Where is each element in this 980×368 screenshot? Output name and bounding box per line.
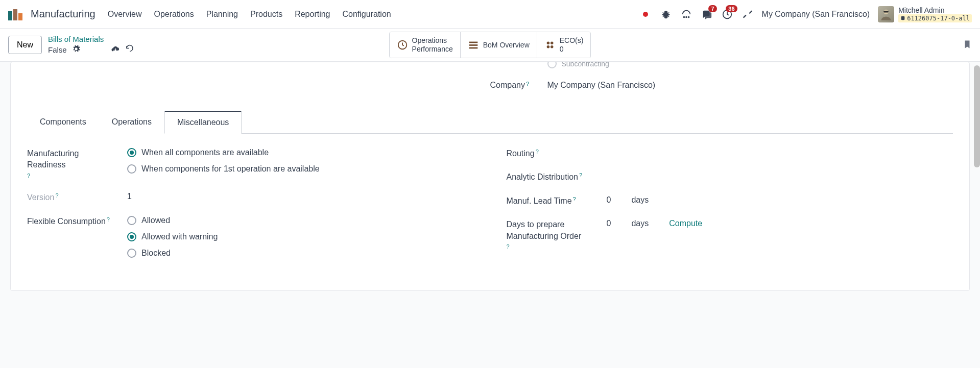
tab-miscellaneous-panel: Manufacturing Readiness? When all compon… <box>27 134 953 270</box>
db-name: 61126075-17-0-all <box>898 14 972 22</box>
tab-operations[interactable]: Operations <box>99 111 164 134</box>
nav-operations[interactable]: Operations <box>154 10 194 19</box>
field-analytic-distribution: Analytic Distribution? <box>507 171 953 183</box>
stat-ecos[interactable]: ECO(s) 0 <box>537 32 591 58</box>
subbar: New Bills of Materials False Operations … <box>0 29 980 62</box>
radio-circle-icon <box>127 216 136 225</box>
readiness-first-operation[interactable]: When components for 1st operation are av… <box>127 164 474 174</box>
support-icon[interactable] <box>680 8 692 20</box>
version-value: 1 <box>127 192 474 201</box>
svg-point-17 <box>551 45 554 48</box>
discard-icon[interactable] <box>125 44 134 55</box>
svg-rect-0 <box>8 11 12 20</box>
field-manuf-lead-time: Manuf. Lead Time? 0 days <box>507 195 953 207</box>
svg-rect-2 <box>18 13 22 20</box>
help-icon[interactable]: ? <box>107 216 110 224</box>
tabs: Components Operations Miscellaneous <box>27 110 953 134</box>
svg-rect-8 <box>884 11 889 13</box>
topbar: Manufacturing Overview Operations Planni… <box>0 0 980 29</box>
svg-point-5 <box>688 16 689 17</box>
stat-buttons: Operations Performance BoM Overview ECO(… <box>389 32 591 58</box>
avatar-icon <box>878 6 894 22</box>
breadcrumb: Bills of Materials False <box>48 35 134 55</box>
field-company: Company? My Company (San Francisco) <box>490 81 953 90</box>
company-value[interactable]: My Company (San Francisco) <box>547 81 656 90</box>
messages-badge: 7 <box>708 5 716 12</box>
nav-products[interactable]: Products <box>250 10 282 19</box>
breadcrumb-current: False <box>48 45 67 54</box>
stat-label: ECO(s) <box>560 36 584 45</box>
radio-circle-icon <box>547 62 557 68</box>
days-prepare-unit: days <box>631 219 649 228</box>
field-routing: Routing? <box>507 148 953 159</box>
bug-icon[interactable] <box>660 8 672 20</box>
compute-button[interactable]: Compute <box>669 219 702 228</box>
tab-miscellaneous[interactable]: Miscellaneous <box>164 111 242 134</box>
lead-time-unit: days <box>631 195 649 205</box>
tab-components[interactable]: Components <box>27 111 99 134</box>
help-icon[interactable]: ? <box>573 195 576 203</box>
messages-icon[interactable]: 7 <box>701 8 713 20</box>
field-flexible-consumption: Flexible Consumption? Allowed Allowed wi… <box>27 216 474 258</box>
nav-menu: Overview Operations Planning Products Re… <box>108 10 391 19</box>
breadcrumb-parent[interactable]: Bills of Materials <box>48 35 134 43</box>
bookmark-icon[interactable] <box>963 43 972 52</box>
cloud-save-icon[interactable] <box>111 44 120 55</box>
flexible-consumption-radio-group: Allowed Allowed with warning Blocked <box>127 216 474 258</box>
lead-time-value[interactable]: 0 <box>607 195 611 205</box>
field-manufacturing-readiness: Manufacturing Readiness? When all compon… <box>27 148 474 180</box>
help-icon[interactable]: ? <box>536 148 539 156</box>
radio-circle-icon <box>127 249 136 258</box>
svg-rect-13 <box>469 47 477 49</box>
help-icon[interactable]: ? <box>507 243 510 251</box>
field-version: Version? 1 <box>27 192 474 203</box>
user-menu[interactable]: Mitchell Admin 61126075-17-0-all <box>878 6 972 22</box>
recording-dot-icon[interactable] <box>639 8 652 20</box>
readiness-all-available[interactable]: When all components are available <box>127 148 474 157</box>
misc-right-column: Routing? Analytic Distribution? Manuf. L… <box>507 148 953 270</box>
flex-allowed-warning[interactable]: Allowed with warning <box>127 232 474 241</box>
flex-blocked[interactable]: Blocked <box>127 249 474 258</box>
svg-rect-1 <box>13 9 17 20</box>
radio-circle-icon <box>127 148 136 157</box>
activities-icon[interactable]: 36 <box>721 8 733 20</box>
form-sheet: Subcontracting Company? My Company (San … <box>10 62 970 291</box>
company-switcher[interactable]: My Company (San Francisco) <box>762 10 870 19</box>
svg-rect-11 <box>469 42 477 43</box>
readiness-radio-group: When all components are available When c… <box>127 148 474 174</box>
help-icon[interactable]: ? <box>27 172 30 180</box>
svg-point-16 <box>546 45 549 48</box>
stat-operations-performance[interactable]: Operations Performance <box>390 32 461 58</box>
nav-reporting[interactable]: Reporting <box>295 10 330 19</box>
nav-overview[interactable]: Overview <box>108 10 142 19</box>
user-name: Mitchell Admin <box>898 6 972 14</box>
days-prepare-value[interactable]: 0 <box>607 219 611 228</box>
app-logo-icon[interactable] <box>8 8 25 20</box>
radio-subcontracting[interactable]: Subcontracting <box>490 62 953 68</box>
new-button[interactable]: New <box>8 36 42 54</box>
user-info: Mitchell Admin 61126075-17-0-all <box>898 6 972 22</box>
svg-rect-12 <box>469 44 477 46</box>
help-icon[interactable]: ? <box>579 171 582 179</box>
svg-point-3 <box>686 16 687 17</box>
content: Subcontracting Company? My Company (San … <box>0 62 980 311</box>
field-days-to-prepare: Days to prepare Manufacturing Order? 0 d… <box>507 219 953 251</box>
app-name[interactable]: Manufacturing <box>31 8 95 20</box>
stat-label: Operations <box>412 36 453 45</box>
help-icon[interactable]: ? <box>526 81 529 87</box>
nav-configuration[interactable]: Configuration <box>343 10 391 19</box>
gear-icon[interactable] <box>72 45 80 55</box>
scrollbar[interactable] <box>974 65 980 167</box>
stat-bom-overview[interactable]: BoM Overview <box>461 32 537 58</box>
flex-allowed[interactable]: Allowed <box>127 216 474 225</box>
nav-planning[interactable]: Planning <box>206 10 238 19</box>
misc-left-column: Manufacturing Readiness? When all compon… <box>27 148 474 270</box>
tools-icon[interactable] <box>742 8 754 20</box>
activities-badge: 36 <box>726 5 737 12</box>
help-icon[interactable]: ? <box>55 192 58 200</box>
stat-value: 0 <box>560 45 584 54</box>
radio-label: Subcontracting <box>562 62 609 68</box>
radio-circle-icon <box>127 164 136 174</box>
radio-circle-icon <box>127 232 136 241</box>
topbar-right: 7 36 My Company (San Francisco) Mitchell… <box>639 6 972 22</box>
